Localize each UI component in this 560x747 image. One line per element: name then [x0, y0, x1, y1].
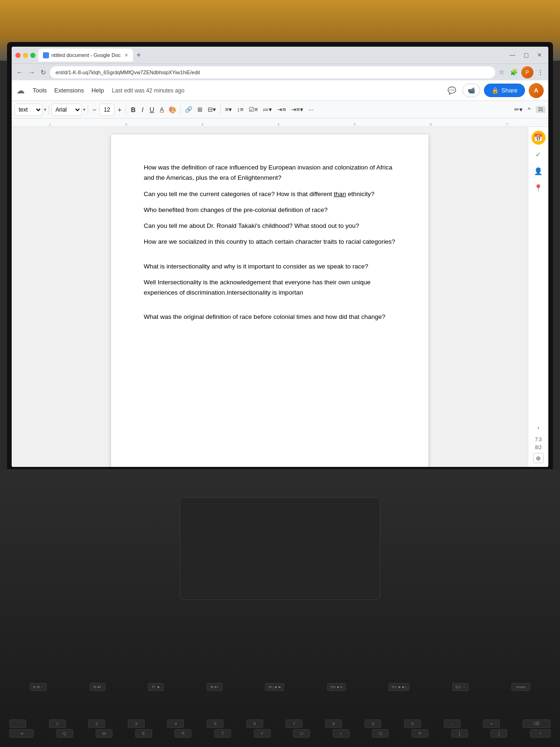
more-options-btn[interactable]: ··· — [307, 104, 315, 116]
text-color-btn[interactable]: A — [158, 104, 166, 116]
key-q[interactable]: Q — [56, 729, 73, 738]
bullet-list-btn[interactable]: ≔▾ — [261, 104, 274, 116]
fn-key-f9[interactable]: f9 |◄◄ — [265, 683, 284, 691]
key-w[interactable]: W — [96, 729, 112, 738]
indent-more-btn[interactable]: ⇥≡▾ — [289, 104, 305, 116]
restore-window-icon[interactable]: ▢ — [521, 52, 532, 58]
insert-more-btn[interactable]: ⊟▾ — [206, 104, 218, 116]
key-t[interactable]: T — [214, 729, 231, 738]
image-insert-btn[interactable]: ⊞ — [196, 104, 204, 116]
fn-key-f7[interactable]: f7 ◄ — [148, 683, 164, 691]
paint-bucket-icon[interactable]: 🎨 — [167, 105, 178, 114]
menu-help[interactable]: Help — [88, 85, 107, 96]
format-paint-btn[interactable]: ✏▾ — [512, 104, 525, 116]
key-tab[interactable]: ⇥ — [9, 729, 34, 738]
key-0[interactable]: 0 — [404, 719, 421, 728]
key-6[interactable]: 6 — [246, 719, 263, 728]
key-o[interactable]: O — [372, 729, 389, 738]
key-1[interactable]: 1 — [49, 719, 66, 728]
profile-icon[interactable]: P — [521, 66, 533, 78]
video-btn[interactable]: 📹 — [462, 84, 480, 97]
fn-key-insert[interactable]: insert — [511, 683, 530, 691]
line-spacing-btn[interactable]: ↕≡ — [235, 104, 245, 116]
key-4[interactable]: 4 — [167, 719, 184, 728]
save-info-link[interactable]: Last edit was 42 minutes ago — [112, 87, 184, 94]
key-rbracket[interactable]: ] — [490, 729, 507, 738]
italic-btn[interactable]: I — [140, 104, 146, 116]
fn-key-f8[interactable]: f8 ♦+ — [207, 683, 223, 691]
new-tab-btn[interactable]: + — [137, 51, 141, 59]
address-input[interactable] — [50, 66, 495, 78]
key-e[interactable]: E — [135, 729, 152, 738]
than-underline: than — [334, 190, 346, 197]
key-equals[interactable]: = — [483, 719, 500, 728]
decrease-font-btn[interactable]: − — [91, 104, 98, 116]
minimize-window-icon[interactable]: — — [507, 52, 518, 58]
nav-forward-btn[interactable]: → — [27, 68, 37, 77]
sidebar-profile-icon[interactable]: 👤 — [532, 164, 546, 178]
align-btn[interactable]: ≡▾ — [223, 104, 234, 116]
key-backtick[interactable]: ` — [9, 719, 26, 728]
key-2[interactable]: 2 — [88, 719, 105, 728]
sidebar-calendar-icon[interactable]: 📅 — [532, 131, 546, 145]
minimize-btn[interactable] — [23, 53, 28, 58]
sidebar-check-icon[interactable]: ✓ — [532, 148, 546, 162]
key-backspace[interactable]: ⌫ — [523, 719, 551, 728]
caret-up-btn[interactable]: ^ — [526, 104, 532, 116]
nav-back-btn[interactable]: ← — [14, 68, 25, 77]
underline-btn[interactable]: U — [147, 104, 156, 116]
sidebar-maps-icon[interactable]: 📍 — [532, 181, 546, 195]
toolbar-down-arrow: ▾ — [44, 107, 46, 112]
nav-refresh-btn[interactable]: ↻ — [39, 68, 48, 77]
key-u[interactable]: U — [293, 729, 310, 738]
indent-btn[interactable]: ⇥≡ — [275, 104, 288, 116]
key-y[interactable]: Y — [254, 729, 271, 738]
tab-close-icon[interactable]: ✕ — [124, 52, 128, 58]
key-7[interactable]: 7 — [286, 719, 302, 728]
extension-icon[interactable]: 🧩 — [508, 69, 519, 76]
docs-editor-scroll[interactable]: How was the definition of race influence… — [12, 127, 528, 467]
comment-btn[interactable]: 💬 — [445, 84, 459, 98]
keyboard-row-2: ⇥ Q W E R T Y U I O P [ ] \ — [9, 729, 551, 738]
maximize-btn[interactable] — [30, 53, 35, 58]
key-lbracket[interactable]: [ — [451, 729, 468, 738]
bold-btn[interactable]: B — [128, 104, 138, 116]
browser-tab-active[interactable]: ntitled document - Google Doc ✕ — [38, 49, 133, 62]
star-icon[interactable]: ☆ — [497, 69, 506, 76]
fn-key-mute[interactable]: fs ※··· — [30, 683, 47, 691]
key-r[interactable]: R — [175, 729, 191, 738]
window-controls — [15, 53, 35, 58]
docs-menu-bar: Tools Extensions Help — [29, 85, 107, 96]
menu-extensions[interactable]: Extensions — [51, 85, 87, 96]
key-8[interactable]: 8 — [325, 719, 342, 728]
fn-key-f12[interactable]: f12 → — [452, 683, 469, 691]
sidebar-expand-btn[interactable]: › — [534, 423, 543, 432]
key-backslash[interactable]: \ — [530, 729, 551, 738]
paragraph-style-select[interactable]: text — [14, 104, 42, 116]
key-i[interactable]: I — [333, 729, 350, 738]
font-size-input[interactable] — [99, 104, 114, 116]
paragraph-8: What was the original definition of race… — [144, 312, 396, 322]
page-expand-btn[interactable]: ⊕ — [533, 453, 544, 463]
key-3[interactable]: 3 — [128, 719, 145, 728]
close-btn[interactable] — [15, 53, 21, 58]
increase-font-btn[interactable]: + — [116, 104, 123, 116]
key-minus[interactable]: - — [444, 719, 461, 728]
key-9[interactable]: 9 — [364, 719, 381, 728]
fn-key-f10[interactable]: f10 ►II — [327, 683, 346, 691]
link-btn[interactable]: 🔗 — [183, 104, 194, 116]
doc-page: How was the definition of race influence… — [111, 134, 428, 467]
fn-key-f11[interactable]: f11 ►►| — [388, 683, 409, 691]
share-btn[interactable]: 🔒 Share — [484, 84, 525, 97]
font-family-select[interactable]: Arial — [51, 104, 82, 116]
key-p[interactable]: P — [412, 729, 428, 738]
menu-tools[interactable]: Tools — [29, 85, 50, 96]
close-window-icon[interactable]: ✕ — [534, 52, 545, 58]
menu-icon[interactable]: ⋮ — [535, 69, 546, 76]
fn-key-f6[interactable]: f6 ♦◊ — [90, 683, 105, 691]
checklist-btn[interactable]: ☑≡ — [247, 104, 260, 116]
user-avatar[interactable]: A — [529, 83, 544, 98]
p8-text: What was the original definition of race… — [144, 313, 385, 320]
touchpad[interactable] — [180, 497, 380, 600]
key-5[interactable]: 5 — [207, 719, 224, 728]
